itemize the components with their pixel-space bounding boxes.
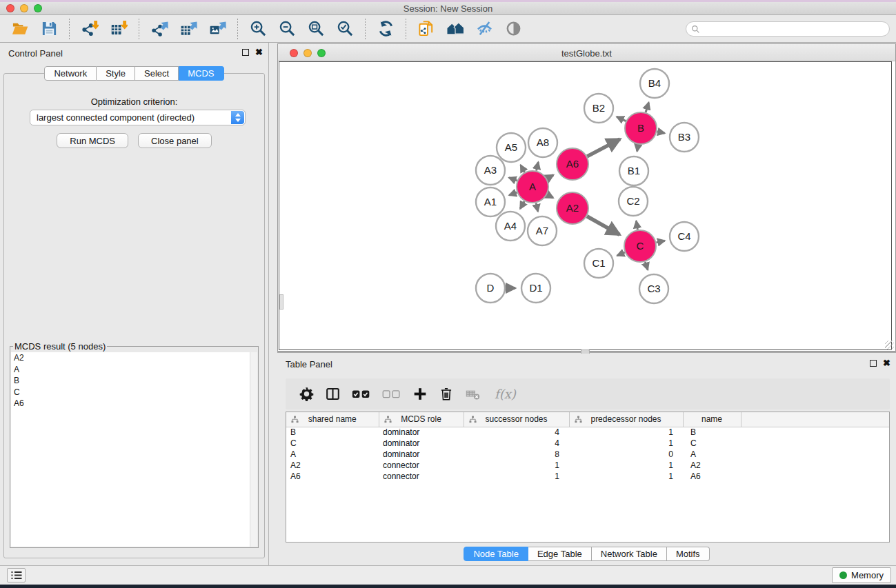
cell[interactable]: 1 bbox=[569, 460, 683, 471]
node-C4[interactable]: C4 bbox=[670, 222, 699, 251]
node-B4[interactable]: B4 bbox=[640, 69, 669, 98]
table-row[interactable]: Cdominator41C bbox=[286, 438, 890, 449]
edge-A-A2[interactable] bbox=[547, 194, 552, 198]
column-header-successor-nodes[interactable]: successor nodes bbox=[464, 412, 569, 427]
table-row[interactable]: Bdominator41B bbox=[286, 427, 890, 438]
tab-network-table[interactable]: Network Table bbox=[592, 547, 667, 561]
cell[interactable]: dominator bbox=[379, 449, 464, 460]
export-image-icon[interactable] bbox=[207, 19, 228, 39]
cell[interactable]: A bbox=[683, 449, 741, 460]
tab-edge-table[interactable]: Edge Table bbox=[528, 547, 592, 561]
home-view-icon[interactable] bbox=[445, 19, 466, 39]
close-panel-icon[interactable]: ✖ bbox=[255, 49, 263, 56]
cell[interactable]: A2 bbox=[683, 460, 741, 471]
node-A4[interactable]: A4 bbox=[496, 212, 525, 241]
result-item-a6[interactable]: A6 bbox=[11, 398, 257, 409]
memory-button[interactable]: Memory bbox=[832, 567, 891, 583]
search-field[interactable] bbox=[686, 21, 890, 37]
cell[interactable] bbox=[741, 471, 890, 482]
cell[interactable]: 1 bbox=[569, 438, 683, 449]
mcds-result-list[interactable]: A2ABCA6 bbox=[11, 352, 257, 547]
search-input[interactable] bbox=[700, 24, 889, 34]
cell[interactable]: B bbox=[286, 427, 379, 438]
result-item-b[interactable]: B bbox=[11, 375, 257, 387]
node-D[interactable]: D bbox=[476, 274, 505, 303]
cell[interactable]: B bbox=[683, 427, 741, 438]
node-A[interactable]: A bbox=[517, 171, 548, 203]
cell[interactable]: A2 bbox=[286, 460, 379, 471]
zoom-out-icon[interactable] bbox=[277, 19, 297, 39]
zoom-in-icon[interactable] bbox=[248, 19, 268, 39]
edge-A-A5[interactable] bbox=[521, 165, 525, 172]
edge-A-A1[interactable] bbox=[509, 192, 517, 195]
import-network-icon[interactable] bbox=[79, 19, 100, 39]
cell[interactable]: 4 bbox=[464, 427, 569, 438]
table-row[interactable]: A6connector11A6 bbox=[286, 471, 890, 482]
cell[interactable]: A bbox=[286, 449, 379, 460]
columns-icon[interactable] bbox=[326, 385, 340, 403]
open-session-icon[interactable] bbox=[10, 19, 30, 39]
import-table-icon[interactable] bbox=[108, 19, 129, 39]
tab-network[interactable]: Network bbox=[44, 66, 97, 81]
cell[interactable] bbox=[741, 460, 890, 471]
node-A2[interactable]: A2 bbox=[557, 192, 588, 224]
cell[interactable]: 1 bbox=[464, 471, 569, 482]
edge-C-C4[interactable] bbox=[656, 241, 664, 243]
export-table-icon[interactable] bbox=[178, 19, 199, 39]
task-history-button[interactable] bbox=[7, 568, 26, 582]
tab-motifs[interactable]: Motifs bbox=[667, 547, 710, 561]
zoom-selected-icon[interactable] bbox=[335, 19, 355, 39]
tab-style[interactable]: Style bbox=[97, 66, 135, 81]
cell[interactable] bbox=[741, 438, 890, 449]
refresh-view-icon[interactable] bbox=[375, 19, 396, 39]
horizontal-splitter[interactable] bbox=[277, 352, 896, 353]
save-session-icon[interactable] bbox=[39, 19, 59, 39]
cell[interactable]: A6 bbox=[683, 471, 741, 482]
cell[interactable]: C bbox=[683, 438, 741, 449]
cell[interactable] bbox=[741, 427, 890, 438]
result-item-c[interactable]: C bbox=[11, 387, 257, 398]
cell[interactable]: C bbox=[286, 438, 379, 449]
cell[interactable]: 1 bbox=[569, 471, 683, 482]
clone-network-icon[interactable] bbox=[416, 19, 437, 39]
tab-node-table[interactable]: Node Table bbox=[464, 547, 528, 561]
node-C3[interactable]: C3 bbox=[639, 274, 668, 303]
cell[interactable]: A6 bbox=[286, 471, 379, 482]
edge-A6-B[interactable] bbox=[587, 139, 620, 156]
float-panel-icon[interactable] bbox=[242, 49, 249, 56]
float-table-panel-icon[interactable] bbox=[870, 360, 877, 367]
column-header-shared-name[interactable]: shared name bbox=[286, 412, 379, 427]
edge-A-A8[interactable] bbox=[536, 162, 538, 170]
cell[interactable]: 1 bbox=[569, 427, 683, 438]
node-B3[interactable]: B3 bbox=[670, 123, 699, 152]
result-item-a2[interactable]: A2 bbox=[11, 352, 257, 364]
close-table-panel-icon[interactable]: ✖ bbox=[883, 360, 890, 367]
edge-A-A7[interactable] bbox=[536, 203, 538, 211]
settings-icon[interactable] bbox=[299, 385, 314, 403]
zoom-fit-icon[interactable] bbox=[306, 19, 326, 39]
cell[interactable]: 8 bbox=[464, 449, 569, 460]
export-network-icon[interactable] bbox=[149, 19, 170, 39]
cell[interactable]: dominator bbox=[379, 438, 464, 449]
show-graphics-icon[interactable] bbox=[503, 19, 524, 39]
node-C1[interactable]: C1 bbox=[584, 249, 613, 278]
node-A8[interactable]: A8 bbox=[528, 128, 557, 157]
column-header-mcds-role[interactable]: MCDS role bbox=[379, 412, 464, 427]
criterion-select[interactable]: largest connected component (directed) bbox=[30, 110, 246, 125]
node-A3[interactable]: A3 bbox=[476, 156, 505, 185]
edge-C-C1[interactable] bbox=[617, 252, 625, 256]
edge-B-B2[interactable] bbox=[617, 116, 626, 121]
network-window-titlebar[interactable]: testGlobe.txt bbox=[278, 44, 895, 61]
node-C2[interactable]: C2 bbox=[619, 187, 648, 216]
result-item-a[interactable]: A bbox=[11, 364, 257, 376]
column-header-name[interactable]: name bbox=[683, 412, 741, 427]
edge-C-C2[interactable] bbox=[636, 221, 637, 230]
splitter-handle[interactable] bbox=[279, 294, 283, 310]
column-header-predecessor-nodes[interactable]: predecessor nodes bbox=[569, 412, 683, 427]
edge-B-B3[interactable] bbox=[657, 132, 665, 133]
hide-graphics-icon[interactable] bbox=[474, 19, 495, 39]
cell[interactable]: connector bbox=[379, 460, 464, 471]
tab-mcds[interactable]: MCDS bbox=[179, 66, 223, 81]
result-scrollbar[interactable] bbox=[250, 352, 257, 547]
node-A7[interactable]: A7 bbox=[528, 216, 557, 245]
